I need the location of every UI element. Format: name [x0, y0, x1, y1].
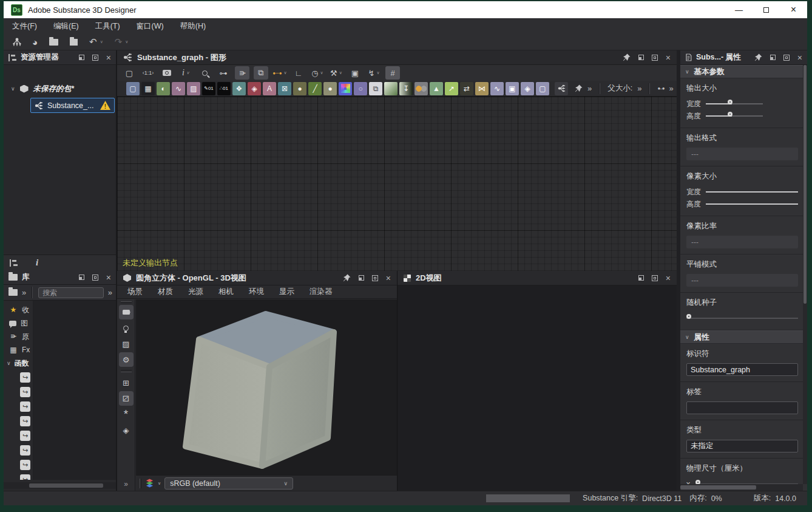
pixel-height-slider[interactable]: 高度 [680, 198, 803, 210]
view3d-menu-item[interactable]: 渲染器 [310, 287, 333, 297]
node-histogram[interactable]: ▲ [430, 82, 443, 95]
graph-view-mode[interactable]: ⋔ [235, 66, 249, 80]
node-switch[interactable] [414, 82, 428, 95]
properties-title[interactable]: Subs...- 属性 [696, 52, 741, 63]
node-shape[interactable]: ◐ [157, 82, 170, 95]
tiling-mode-field[interactable]: --- [686, 274, 798, 287]
node-transform[interactable]: ⊠ [278, 82, 291, 95]
fit-view[interactable]: ▢ [122, 66, 137, 80]
function-item[interactable]: ↪ [4, 370, 33, 384]
explorer-maximize-icon[interactable] [92, 55, 98, 61]
library-atomic[interactable]: ⋔ 原 [4, 330, 33, 343]
geometry-wireframe[interactable]: ◈ [119, 423, 134, 437]
nodes-more-icon[interactable]: » [587, 84, 592, 93]
rail-separator[interactable] [121, 370, 132, 372]
parent-size-more-icon[interactable]: » [637, 84, 641, 93]
node-image[interactable]: ▨ [187, 82, 200, 95]
node-sharpen[interactable]: ● [323, 82, 337, 95]
node-fx-square[interactable]: ▣ [506, 82, 519, 95]
menu-item[interactable]: 窗口(W) [137, 21, 164, 32]
node-flood-fill[interactable]: ◈ [248, 82, 261, 95]
view3d-title[interactable]: 圆角立方体 - OpenGL - 3D视图 [136, 273, 246, 284]
node-distance[interactable]: ↗ [445, 82, 458, 95]
view3d-menu-item[interactable]: 场景 [127, 287, 143, 297]
maximize-button[interactable] [753, 1, 780, 18]
toolbar-pin-icon[interactable] [575, 84, 583, 92]
graph-tab-title[interactable]: Substance_graph - 图形 [137, 52, 226, 63]
properties-pin-icon[interactable] [754, 53, 762, 61]
save-all-button[interactable] [70, 39, 78, 46]
view3d-menu-item[interactable]: 材质 [158, 287, 173, 297]
function-item[interactable]: ↪ [4, 414, 33, 428]
node-levels[interactable]: ╱ [308, 82, 322, 95]
slider-knob[interactable] [695, 480, 700, 484]
view3d-menu-item[interactable]: 显示 [279, 287, 294, 297]
search-input[interactable] [38, 287, 104, 298]
colorspace-dropdown[interactable]: sRGB (default) ∨ [164, 477, 293, 490]
function-item[interactable]: ↪ [4, 472, 33, 480]
redo-button[interactable]: ↷∨ [115, 36, 129, 47]
properties-maximize-icon[interactable] [783, 55, 790, 61]
node-blend[interactable]: ⧉ [369, 82, 382, 95]
scrollbar-handle[interactable] [804, 65, 807, 304]
connection-elbow[interactable]: ∟ [291, 66, 306, 80]
undo-button[interactable]: ↶∨ [89, 36, 103, 47]
explorer-close-icon[interactable]: × [106, 55, 111, 61]
new-graph-button[interactable] [12, 36, 21, 47]
library-horizontal-scrollbar[interactable] [4, 482, 116, 489]
slider-knob[interactable] [686, 314, 691, 319]
type-input[interactable]: 未指定 [686, 440, 798, 452]
info-view-icon[interactable]: i [36, 258, 38, 268]
node-fx-curve[interactable]: ∿ [490, 82, 504, 95]
view3d-maximize-icon[interactable] [372, 275, 378, 281]
view2d-maximize-icon[interactable] [652, 275, 658, 281]
node-shuffle[interactable]: ⇄ [460, 82, 473, 95]
tree-view-icon[interactable] [10, 259, 18, 267]
node-fx-gradient[interactable]: ◈ [521, 82, 534, 95]
view3d-menu-item[interactable]: 相机 [218, 287, 234, 297]
add-folder-icon[interactable] [8, 289, 18, 296]
scrollbar-handle[interactable] [29, 483, 103, 488]
node-graph-link-button[interactable] [555, 82, 568, 95]
view3d-pin-icon[interactable] [343, 274, 351, 282]
properties-horizontal-scrollbar[interactable] [680, 484, 803, 491]
graph-float-icon[interactable] [638, 55, 644, 60]
properties-vertical-scrollbar[interactable] [803, 65, 807, 484]
explorer-float-icon[interactable] [79, 55, 84, 60]
node-atlas[interactable]: ▦ [141, 82, 155, 95]
connection-dots[interactable]: ●─● ∨ [272, 66, 287, 80]
library-close-icon[interactable]: × [106, 275, 111, 281]
node-blur[interactable]: ● [293, 82, 306, 95]
graph-close-icon[interactable]: × [666, 55, 671, 61]
library-results-area[interactable] [33, 301, 116, 480]
node-gradient-map[interactable] [384, 82, 398, 95]
environment-map[interactable]: ▨ [119, 336, 134, 351]
link-views[interactable]: ⊶ [216, 66, 231, 80]
geometry-plane[interactable]: ⊞ [119, 375, 134, 390]
new-package-button[interactable]: ◕ [32, 37, 38, 47]
node-text[interactable]: A [263, 82, 276, 95]
clean-graph[interactable]: ↯ ∨ [367, 66, 381, 80]
library-maximize-icon[interactable] [92, 275, 98, 281]
function-item[interactable]: ↪ [4, 399, 33, 414]
identifier-input[interactable]: Substance_graph [686, 363, 798, 376]
function-item[interactable]: ↪ [4, 443, 33, 457]
node-uniform-color[interactable]: ○ [354, 82, 367, 95]
node-fx-frame[interactable]: ▢ [536, 82, 549, 95]
geometry-cube[interactable]: ⚂ [119, 391, 134, 406]
menu-item[interactable]: 工具(T) [95, 21, 120, 32]
thumbnail-view[interactable]: ▣ [348, 66, 362, 80]
open-button[interactable] [49, 39, 58, 46]
library-fx[interactable]: ▦ Fx [4, 343, 33, 357]
library-float-icon[interactable] [79, 275, 84, 280]
library-favorites[interactable]: ★ 收 [4, 303, 33, 316]
menu-item[interactable]: 编辑(E) [53, 21, 79, 32]
node-select[interactable]: ▢ [126, 82, 140, 95]
output-height-slider[interactable]: 高度 [680, 110, 803, 122]
rail-more-icon[interactable]: » [124, 480, 128, 488]
view3d-close-icon[interactable]: × [386, 275, 391, 281]
camera-view[interactable] [119, 305, 134, 319]
node-curve[interactable]: ∿ [172, 82, 185, 95]
node-mirror[interactable]: ⋈ [475, 82, 489, 95]
color-layers-icon[interactable] [145, 479, 154, 488]
